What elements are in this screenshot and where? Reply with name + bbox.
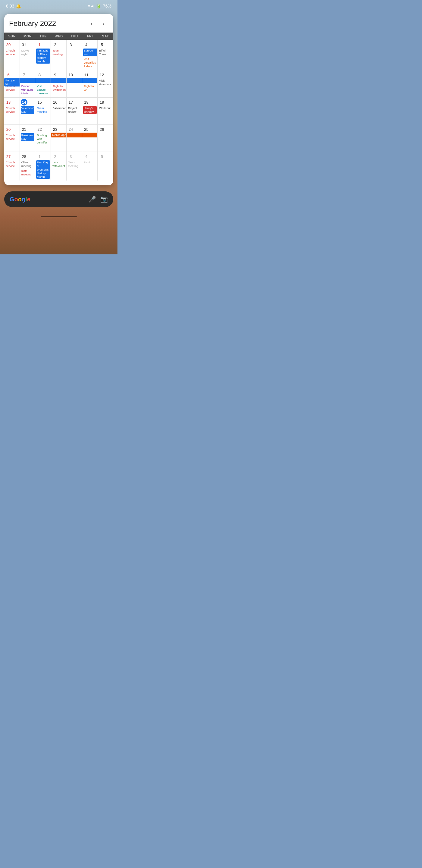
day-num: 4 (83, 153, 90, 160)
prev-month-button[interactable]: ‹ (87, 19, 96, 28)
day-num: 6 (5, 71, 12, 78)
event-client-meeting: Client meeting (21, 160, 35, 168)
event: Movie night (21, 49, 35, 56)
day-cell-11-feb[interactable]: 11 Flight to LA (82, 70, 98, 97)
event: Church service (5, 106, 19, 114)
day-cell-16-feb[interactable]: 16 Babershop (51, 97, 67, 124)
day-cell-8-feb[interactable]: 8 Visit Louvre museum (35, 70, 51, 97)
day-cell-12-feb[interactable]: 12 Visit Grandma (98, 70, 113, 97)
day-cell-13-feb[interactable]: 13 Church service (4, 97, 20, 124)
day-cell-22-feb[interactable]: 22 Bowling with Jennifer (35, 124, 51, 152)
day-num: 1 (36, 41, 43, 48)
day-num: 22 (36, 126, 43, 133)
day-num: 12 (98, 71, 105, 78)
day-cell-6-feb[interactable]: 6 Europe tour Church service (4, 70, 20, 97)
day-header-sun: SUN (4, 34, 20, 38)
status-bar: 8:03 🔔 ▾◄ 🔋 76% (0, 0, 118, 11)
day-num: 1 (36, 153, 43, 160)
day-num: 24 (67, 126, 74, 133)
event-europe-tour: Europe tour (83, 49, 98, 56)
day-cell-27-feb[interactable]: 27 Church service (4, 152, 20, 181)
next-month-button[interactable]: › (99, 19, 108, 28)
day-cell-7-feb[interactable]: 7 Dinner with aunt Marie (20, 70, 36, 97)
day-cell-3-feb[interactable]: 3 (67, 40, 82, 70)
event-bowling: Bowling with Jennifer (36, 133, 50, 145)
day-num: 13 (5, 99, 12, 105)
day-num: 5 (98, 153, 105, 160)
day-num: 15 (36, 99, 43, 105)
event: Visit Louvre museum (36, 84, 50, 96)
day-num: 28 (21, 153, 27, 160)
voice-search-icon[interactable]: 🎤 (89, 195, 96, 203)
event-project-review: Project review (67, 106, 81, 114)
event-presidents-day: Presidents' Day (21, 133, 35, 141)
event-lunch-with-client: Lunch with client (52, 160, 66, 168)
day-cell-5-feb[interactable]: 5 Eiffel Tower (98, 40, 113, 70)
battery-percent: 76% (103, 4, 111, 8)
event-henrys-birthday: Henry's birthday (83, 106, 97, 114)
day-cell-3-mar[interactable]: 3 Team meeting (67, 152, 82, 181)
wifi-icon: ▾◄ (88, 4, 94, 8)
search-bar-area: Google 🎤 📷 (4, 191, 113, 207)
day-cell-31-jan[interactable]: 31 Movie night (20, 40, 36, 70)
day-cell-1-mar[interactable]: 1 First Day of Women's History Month (35, 152, 51, 181)
day-cell-2-feb[interactable]: 2 Team meeting (51, 40, 67, 70)
day-num: 3 (67, 153, 74, 160)
day-cell-18-feb[interactable]: 18 Henry's birthday (82, 97, 98, 124)
day-cell-4-mar[interactable]: 4 Picnic (82, 152, 98, 181)
day-header-thu: THU (67, 34, 82, 38)
event: Flight to Switzerland (52, 84, 66, 92)
event-valentines-day: Valentine's Day (21, 106, 35, 114)
day-cell-26-feb[interactable]: 26 (98, 124, 113, 152)
google-logo: Google (10, 196, 30, 203)
day-cell-19-feb[interactable]: 19 Work out (98, 97, 113, 124)
day-cell-20-feb[interactable]: 20 Church service (4, 124, 20, 152)
day-header-sat: SAT (98, 34, 113, 38)
day-cell-4-feb[interactable]: 4 Europe tour Visit Versailles Palace (82, 40, 98, 70)
home-indicator (0, 216, 118, 220)
day-num: 18 (83, 99, 90, 105)
calendar-card: February 2022 ‹ › SUN MON TUE WED THU FR… (4, 14, 113, 185)
event-mobile-app-conference: Mobile app conference (51, 133, 67, 137)
search-bar[interactable]: Google 🎤 📷 (4, 191, 113, 207)
week-row-4: 20 Church service 21 Presidents' Day 22 … (4, 124, 113, 152)
day-cell-2-mar[interactable]: 2 Lunch with client (51, 152, 67, 181)
day-cell-17-feb[interactable]: 17 Project review (67, 97, 82, 124)
day-headers: SUN MON TUE WED THU FRI SAT (4, 33, 113, 40)
lens-icon[interactable]: 📷 (100, 195, 108, 203)
day-cell-23-feb[interactable]: 23 Mobile app conference (51, 124, 67, 152)
day-num: 10 (67, 71, 74, 78)
day-cell-1-feb[interactable]: 1 First Day of Black History Month (35, 40, 51, 70)
day-num: 11 (83, 71, 90, 78)
status-right: ▾◄ 🔋 76% (88, 4, 111, 8)
day-cell-5-mar[interactable]: 5 (98, 152, 113, 181)
day-cell-25-feb[interactable]: 25 (82, 124, 98, 152)
battery-icon: 🔋 (96, 4, 101, 8)
day-num: 3 (67, 41, 74, 48)
day-cell-21-feb[interactable]: 21 Presidents' Day (20, 124, 36, 152)
day-num: 9 (52, 71, 59, 78)
day-num: 31 (21, 41, 27, 48)
day-cell-9-feb[interactable]: 9 Flight to Switzerland (51, 70, 67, 97)
day-cell-30-jan[interactable]: 30 Church service (4, 40, 20, 70)
day-cell-14-feb[interactable]: 14 Valentine's Day (20, 97, 36, 124)
event: Church service (5, 133, 19, 141)
event-staff-meeting: staff meeting (21, 169, 35, 177)
day-cell-24-feb[interactable]: 24 (67, 124, 82, 152)
day-num: 17 (67, 99, 74, 105)
day-num: 25 (83, 126, 90, 133)
day-num: 5 (98, 41, 105, 48)
day-num: 30 (5, 41, 12, 48)
event: Church service (5, 160, 19, 168)
notification-icon: 🔔 (16, 4, 21, 8)
event: Visit Grandma (98, 79, 112, 87)
event: Flight to LA (83, 84, 97, 92)
day-num: 27 (5, 153, 12, 160)
day-cell-28-feb[interactable]: 28 Client meeting staff meeting (20, 152, 36, 181)
day-num: 2 (52, 153, 59, 160)
day-num: 7 (21, 71, 27, 78)
day-num: 2 (52, 41, 59, 48)
day-cell-10-feb[interactable]: 10 (67, 70, 82, 97)
day-cell-15-feb[interactable]: 15 Team meeting (35, 97, 51, 124)
day-num: 16 (52, 99, 59, 105)
